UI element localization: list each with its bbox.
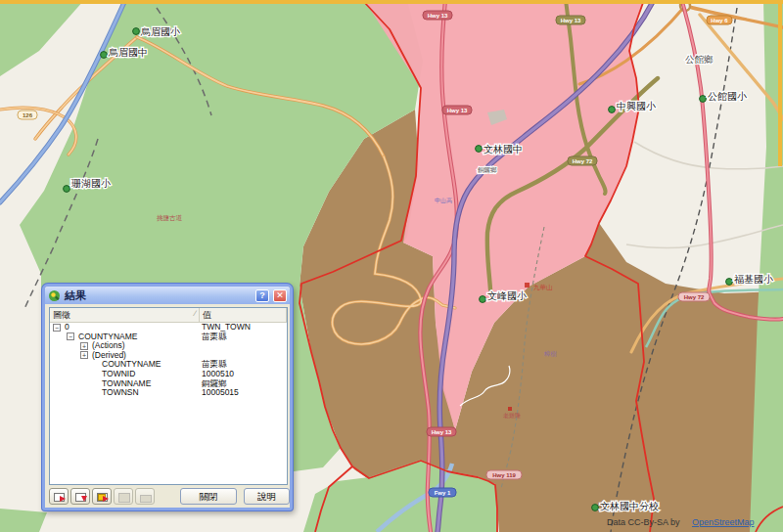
column-header-feature[interactable]: 圖徵 ∕ [50,308,200,322]
expander-minus-icon[interactable]: − [67,332,74,340]
sort-indicator: ∕ [195,309,196,318]
expander-plus-icon[interactable]: + [80,351,88,359]
village-label: 樟樹 [543,350,558,357]
attribution-osm-link[interactable]: OpenStreetMap [692,517,755,527]
road-shield: Hwy 6 [707,16,732,24]
road-shield: Hwy 72 [568,156,597,165]
svg-text:烏眉國小: 烏眉國小 [140,26,181,37]
road-shield: Hwy 13 [423,11,452,20]
forest-bottomleft [0,509,47,532]
svg-text:Hwy 119: Hwy 119 [492,472,516,478]
expander-plus-icon[interactable]: + [80,342,88,350]
road-shield: Hwy 119 [486,470,522,479]
svg-text:Hwy 13: Hwy 13 [428,13,448,19]
expander-minus-icon[interactable]: − [53,324,61,332]
svg-text:Hwy 13: Hwy 13 [561,18,581,23]
poi-marker-red [508,407,512,411]
svg-text:126: 126 [23,112,33,118]
road-shield: Hwy 13 [556,16,585,24]
column-header-value[interactable]: 值 [200,308,287,322]
dialog-titlebar[interactable]: 結果 ? ✕ [45,287,290,304]
tree-header[interactable]: 圖徵 ∕ 值 [50,308,287,323]
copy-button-disabled [114,488,133,505]
svg-text:烏眉國中: 烏眉國中 [108,47,148,58]
tree-row[interactable]: TOWNSN 10005015 [50,388,287,398]
tree-row[interactable]: TOWNID 1000510 [50,370,287,379]
titlebar-help-button[interactable]: ? [255,289,269,302]
svg-text:中興國小: 中興國小 [617,101,657,111]
print-button-disabled [135,488,155,505]
identify-results-dialog: 結果 ? ✕ 圖徵 ∕ 值 − 0 TWN_TOWN − COUNTYNAME … [42,284,293,510]
poi-marker-red [525,283,530,288]
place-label: 銅鑼鄉 [478,166,497,173]
tree-row[interactable]: + (Derived) [50,351,287,361]
tree-row[interactable]: + (Actions) [50,341,287,351]
svg-text:Hwy 72: Hwy 72 [684,294,705,300]
qgis-app-icon [48,289,61,302]
svg-text:Fwy 1: Fwy 1 [435,490,451,496]
school-marker: 文林國中分校 [592,501,659,511]
close-button[interactable]: 關閉 [180,488,237,505]
road-shield: Hwy 13 [427,427,456,436]
road-shield: Hwy 72 [678,292,710,301]
road-shield: Fwy 1 [429,488,456,497]
road-shield: Hwy 13 [442,106,472,114]
svg-text:文林國中分校: 文林國中分校 [600,501,659,511]
tree-row[interactable]: TOWNNAME 銅鑼鄉 [50,379,287,389]
results-tree[interactable]: 圖徵 ∕ 值 − 0 TWN_TOWN − COUNTYNAME 苗栗縣 + (… [49,307,288,485]
collapse-tree-button[interactable] [70,488,90,505]
svg-text:Hwy 13: Hwy 13 [447,108,468,113]
trail-label-red: 挑鹽古道 [157,214,183,222]
svg-text:公館國小: 公館國小 [708,91,748,102]
svg-text:文峰國小: 文峰國小 [487,290,528,301]
svg-text:珊湖國小: 珊湖國小 [70,178,112,189]
tree-row[interactable]: COUNTYNAME 苗栗縣 [50,360,287,370]
titlebar-close-icon[interactable]: ✕ [273,289,287,302]
expand-all-button[interactable] [92,488,112,505]
svg-text:Hwy 72: Hwy 72 [573,158,593,164]
freeway-name-label: 中山高 [435,197,452,203]
road-shield: 126 [18,111,37,119]
tree-row[interactable]: − COUNTYNAME 苗栗縣 [50,332,287,342]
expand-tree-button[interactable] [49,488,69,505]
screenshot-stage: Hwy 13 Hwy 13 Hwy 13 Hwy 72 Hwy 13 Fwy 1… [0,0,783,532]
poi-label-red: 九華山 [533,284,553,290]
attribution-text: Data CC-By-SA by [607,517,680,527]
svg-text:Hwy 13: Hwy 13 [432,429,452,435]
place-label-red: 老雞隆 [503,412,521,419]
place-label: 公館鄉 [685,54,714,65]
svg-text:福基國小: 福基國小 [734,274,774,285]
help-button[interactable]: 說明 [244,488,290,505]
svg-text:文林國中: 文林國中 [484,144,523,155]
dialog-title: 結果 [65,288,252,303]
svg-text:Hwy 6: Hwy 6 [711,18,728,23]
